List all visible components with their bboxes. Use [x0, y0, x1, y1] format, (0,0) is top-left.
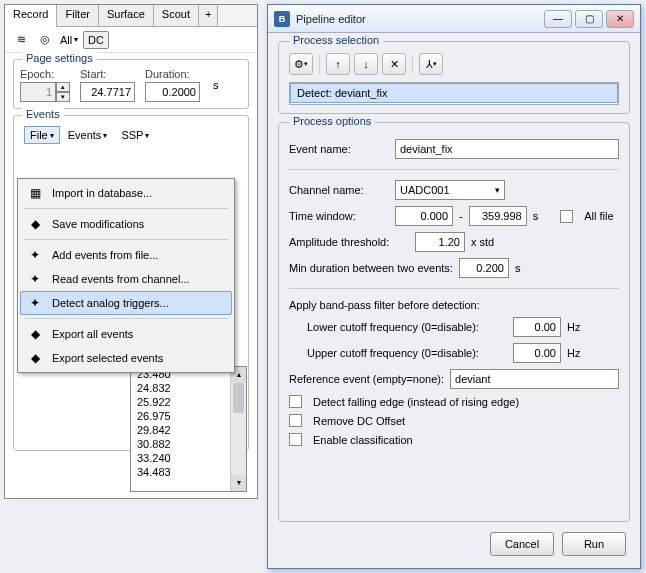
run-button[interactable]: Run — [562, 532, 626, 556]
list-item[interactable]: 24.832 — [131, 381, 246, 395]
tab-filter[interactable]: Filter — [57, 5, 98, 26]
all-dropdown[interactable]: All — [59, 31, 79, 49]
menu-add-label: Add events from file... — [52, 249, 158, 261]
duration-unit: s — [213, 79, 219, 91]
page-settings-title: Page settings — [22, 52, 97, 64]
add-icon: ✦ — [26, 247, 44, 263]
menu-export-sel-label: Export selected events — [52, 352, 163, 364]
save-icon: ◆ — [26, 216, 44, 232]
minimize-button[interactable]: — — [544, 10, 572, 28]
list-scrollbar[interactable]: ▴ ▾ — [230, 367, 246, 491]
list-item[interactable]: 33.240 — [131, 451, 246, 465]
detect-icon: ✦ — [26, 295, 44, 311]
menu-detect-triggers[interactable]: ✦ Detect analog triggers... — [20, 291, 232, 315]
tab-scout[interactable]: Scout — [154, 5, 199, 26]
close-button[interactable]: ✕ — [606, 10, 634, 28]
epoch-spinner[interactable]: ▴▾ — [56, 82, 70, 102]
scroll-down-icon[interactable]: ▾ — [231, 475, 246, 491]
dc-button[interactable]: DC — [83, 31, 109, 49]
duration-label: Duration: — [145, 68, 200, 80]
process-list[interactable]: Detect: deviant_fix — [289, 82, 619, 105]
tab-surface[interactable]: Surface — [99, 5, 154, 26]
event-time-list[interactable]: 23.480 24.832 25.922 26.975 29.842 30.88… — [130, 366, 247, 492]
list-item[interactable]: 29.842 — [131, 423, 246, 437]
amplitude-input[interactable] — [415, 232, 465, 252]
channel-name-label: Channel name: — [289, 184, 389, 196]
remove-dc-checkbox[interactable] — [289, 414, 302, 427]
reference-event-label: Reference event (empty=none): — [289, 373, 444, 385]
branch-icon[interactable]: ⅄▾ — [419, 53, 443, 75]
divider — [289, 169, 619, 170]
process-selection-group: Process selection ⚙▾ ↑ ↓ ✕ ⅄▾ Detect: de… — [278, 41, 630, 114]
file-dropdown-menu: ▦ Import in database... ◆ Save modificat… — [17, 178, 235, 373]
cancel-button[interactable]: Cancel — [490, 532, 554, 556]
wave-icon[interactable]: ≋ — [11, 31, 31, 49]
file-menu-button[interactable]: File — [24, 126, 60, 144]
tab-add[interactable]: + — [199, 5, 218, 26]
page-settings: Page settings Epoch: ▴▾ Start: Duration:… — [13, 59, 249, 109]
menu-export-all[interactable]: ◆ Export all events — [20, 322, 232, 346]
upper-cutoff-input[interactable] — [513, 343, 561, 363]
event-name-input[interactable] — [395, 139, 619, 159]
list-item[interactable]: 25.922 — [131, 395, 246, 409]
time-window-unit: s — [533, 210, 539, 222]
target-icon[interactable]: ◎ — [35, 31, 55, 49]
time-window-label: Time window: — [289, 210, 389, 222]
falling-edge-checkbox[interactable] — [289, 395, 302, 408]
reference-event-input[interactable] — [450, 369, 619, 389]
events-title: Events — [22, 108, 64, 120]
bandpass-label: Apply band-pass filter before detection: — [289, 299, 619, 311]
menu-separator — [24, 318, 228, 319]
process-options-legend: Process options — [289, 115, 375, 127]
menu-import[interactable]: ▦ Import in database... — [20, 181, 232, 205]
all-file-checkbox[interactable] — [560, 210, 573, 223]
duration-input[interactable] — [145, 82, 200, 102]
menu-export-selected[interactable]: ◆ Export selected events — [20, 346, 232, 370]
menu-detect-label: Detect analog triggers... — [52, 297, 169, 309]
list-item[interactable]: 34.483 — [131, 465, 246, 479]
events-menu-button[interactable]: Events — [62, 126, 114, 144]
list-item[interactable]: 26.975 — [131, 409, 246, 423]
menu-separator — [24, 239, 228, 240]
tab-record[interactable]: Record — [5, 5, 57, 27]
lower-cutoff-input[interactable] — [513, 317, 561, 337]
remove-dc-label: Remove DC Offset — [313, 415, 405, 427]
epoch-input[interactable] — [20, 82, 56, 102]
start-input[interactable] — [80, 82, 135, 102]
database-icon: ▦ — [26, 185, 44, 201]
delete-button[interactable]: ✕ — [382, 53, 406, 75]
time-window-end-input[interactable] — [469, 206, 527, 226]
gear-icon[interactable]: ⚙▾ — [289, 53, 313, 75]
menu-save[interactable]: ◆ Save modifications — [20, 212, 232, 236]
ssp-menu-button[interactable]: SSP — [115, 126, 155, 144]
lower-cutoff-label: Lower cutoff frequency (0=disable): — [307, 321, 507, 333]
menu-import-label: Import in database... — [52, 187, 152, 199]
hz-unit: Hz — [567, 347, 580, 359]
menu-add-events[interactable]: ✦ Add events from file... — [20, 243, 232, 267]
upper-cutoff-label: Upper cutoff frequency (0=disable): — [307, 347, 507, 359]
record-panel: Record Filter Surface Scout + ≋ ◎ All DC… — [4, 4, 258, 499]
main-tabs: Record Filter Surface Scout + — [5, 5, 257, 27]
move-up-button[interactable]: ↑ — [326, 53, 350, 75]
titlebar[interactable]: B Pipeline editor — ▢ ✕ — [268, 5, 640, 33]
process-row-selected[interactable]: Detect: deviant_fix — [290, 83, 618, 103]
amplitude-unit: x std — [471, 236, 494, 248]
maximize-button[interactable]: ▢ — [575, 10, 603, 28]
event-name-label: Event name: — [289, 143, 389, 155]
scroll-thumb[interactable] — [233, 383, 244, 413]
min-duration-unit: s — [515, 262, 521, 274]
time-window-start-input[interactable] — [395, 206, 453, 226]
dash: - — [459, 210, 463, 222]
list-item[interactable]: 30.882 — [131, 437, 246, 451]
enable-classification-checkbox[interactable] — [289, 433, 302, 446]
min-duration-input[interactable] — [459, 258, 509, 278]
enable-classification-label: Enable classification — [313, 434, 413, 446]
read-icon: ✦ — [26, 271, 44, 287]
channel-name-select[interactable]: UADC001 — [395, 180, 505, 200]
menu-export-all-label: Export all events — [52, 328, 133, 340]
divider — [289, 288, 619, 289]
hz-unit: Hz — [567, 321, 580, 333]
menu-read-events[interactable]: ✦ Read events from channel... — [20, 267, 232, 291]
move-down-button[interactable]: ↓ — [354, 53, 378, 75]
start-label: Start: — [80, 68, 135, 80]
